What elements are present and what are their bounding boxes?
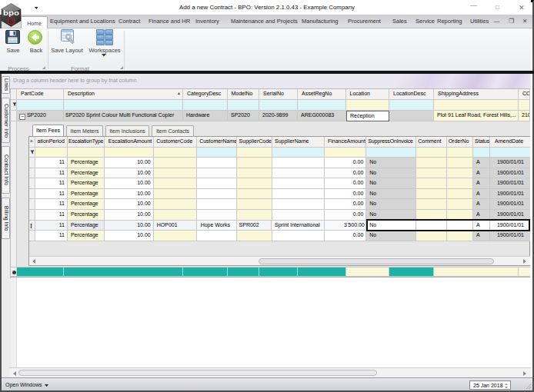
svg-text:bpo: bpo bbox=[3, 9, 20, 17]
svg-text:Q: Q bbox=[9, 19, 13, 24]
